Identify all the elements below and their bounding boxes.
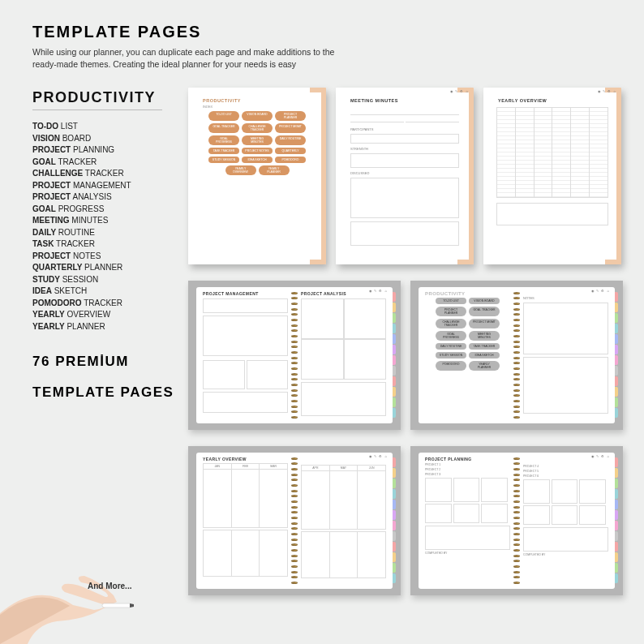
book-page-title: PROJECT PLANNING — [425, 457, 510, 462]
field-label: DISCUSSED — [350, 171, 459, 175]
hand-illustration — [0, 547, 134, 644]
pill-group: TO-DO LISTVISION BOARDPROJECT PLANNERGOA… — [196, 109, 318, 178]
icon-strip: ◉ ✎ ⚙ ⌂ — [598, 89, 616, 93]
svg-rect-0 — [102, 603, 131, 608]
preview-card-meeting: ◉ ✎ ⚙ ⌂ MEETING MINUTES PARTICIPANTS STR… — [336, 88, 474, 264]
page-title: TEMPLATE PAGES — [32, 23, 644, 41]
svg-marker-1 — [130, 603, 134, 608]
preview-card-yearly: ◉ ✎ ⚙ ⌂ YEARLY OVERVIEW — [483, 88, 621, 264]
completed-by-label: COMPLETED BY — [425, 552, 510, 555]
book-page-title: PROJECT MANAGEMENT — [203, 291, 288, 296]
book-page-title: YEARLY OVERVIEW — [203, 457, 288, 462]
icon-strip: ◉ ✎ ⚙ ⌂ — [369, 454, 388, 458]
icon-strip: ◉ ✎ ⚙ ⌂ — [450, 89, 469, 93]
icon-strip: ◉ ✎ ⚙ ⌂ — [591, 289, 610, 293]
icon-strip: ◉ ✎ ⚙ ⌂ — [369, 289, 388, 293]
card-title: PRODUCTIVITY — [196, 96, 318, 105]
pill-group: TO-DO LISTVISION BOARDPROJECT PLANNERGOA… — [425, 296, 510, 372]
dot-grid — [203, 182, 312, 233]
preview-book-yearly: YEARLY OVERVIEW JANFEBMAR ◉ ✎ ⚙ ⌂ APRMAY… — [188, 446, 401, 595]
preview-book-planning: PROJECT PLANNING PROJECT 1PROJECT 2PROJE… — [410, 446, 623, 595]
and-more-label: And More... — [88, 582, 131, 590]
section-title: PRODUCTIVITY — [32, 89, 162, 110]
card-title: YEARLY OVERVIEW — [492, 96, 613, 105]
page-subtitle: While using our planner, you can duplica… — [32, 46, 341, 70]
completed-by-label: COMPLETED BY — [523, 553, 608, 556]
icon-strip: ◉ ✎ ⚙ ⌂ — [591, 454, 610, 458]
card-title: MEETING MINUTES — [344, 96, 466, 105]
notes-label: NOTES — [523, 296, 608, 300]
preview-book-productivity: PRODUCTIVITY TO-DO LISTVISION BOARDPROJE… — [410, 281, 623, 430]
field-label: PARTICIPANTS — [350, 127, 459, 131]
preview-area: PRODUCTIVITY INDEX TO-DO LISTVISION BOAR… — [188, 88, 642, 612]
preview-book-project: PROJECT MANAGEMENT ◉ ✎ ⚙ ⌂ PROJECT ANALY… — [188, 281, 401, 430]
field-label: STRENGTH — [350, 147, 459, 151]
preview-card-index: PRODUCTIVITY INDEX TO-DO LISTVISION BOAR… — [188, 88, 326, 264]
